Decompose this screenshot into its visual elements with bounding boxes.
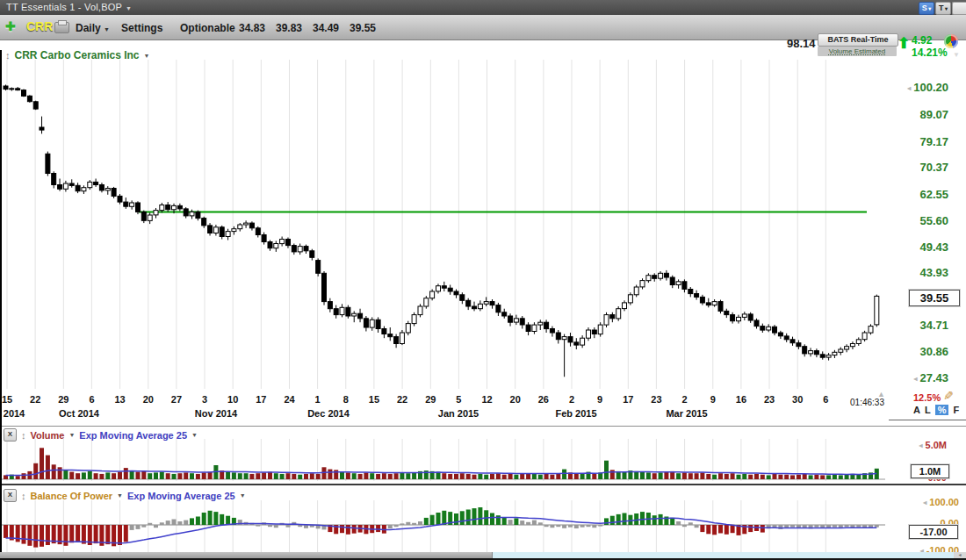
volume-panel-title[interactable]: Volume <box>31 430 65 441</box>
scale-mode-buttons: AL%F <box>913 405 959 415</box>
scale-mode-percent-button[interactable]: % <box>935 405 949 415</box>
scale-mode-f-button[interactable]: F <box>953 405 959 415</box>
x-axis-tick-label: 2 <box>682 394 688 405</box>
instrument-title[interactable]: CRR Carbo Ceramics Inc <box>15 49 140 61</box>
x-axis-tick-label: 6 <box>823 394 828 405</box>
bop-panel-title[interactable]: Balance Of Power <box>31 491 113 501</box>
x-axis-tick-label: 9 <box>597 394 602 405</box>
price-axis-label: 79.17 <box>890 135 948 148</box>
drag-handle-icon[interactable]: ↕ <box>21 430 26 441</box>
x-axis-tick-label: 15 <box>369 394 379 405</box>
x-axis-tick-label: 1 <box>315 394 321 405</box>
x-axis-tick-label: 15 <box>2 394 12 405</box>
volume-panel-header: X ↕ Volume ▼ Exp Moving Average 25 ▼ <box>4 428 198 442</box>
x-axis-tick-label: 17 <box>256 394 266 405</box>
marker-left-icon: ◂ <box>919 442 923 449</box>
x-axis-tick-label: 2 <box>569 394 574 405</box>
marker-left-icon: ◂ <box>907 84 911 92</box>
scrollbar-track-remaining[interactable] <box>493 552 954 558</box>
x-axis-tick-label: 23 <box>651 394 661 405</box>
scrollbar-left-arrow-icon[interactable]: ◂ <box>954 552 966 558</box>
chevron-down-icon[interactable]: ▼ <box>144 53 150 59</box>
price-axis-label: ◂100.20 <box>890 81 948 94</box>
price-panel-header: ↕ CRR Carbo Ceramics Inc ▼ <box>5 49 149 61</box>
price-axis-label: 55.60 <box>890 214 948 227</box>
x-axis-month-label: Oct 2014 <box>59 408 99 419</box>
x-axis-tick-label: 12 <box>481 394 492 405</box>
x-axis-tick-label: 13 <box>114 394 125 405</box>
scale-mode-l-button[interactable]: L <box>925 405 931 415</box>
x-axis-tick-label: 20 <box>143 394 154 405</box>
drag-handle-icon[interactable]: ↕ <box>21 491 26 501</box>
price-axis-label: 49.43 <box>890 241 948 254</box>
chevron-down-icon[interactable]: ▼ <box>240 492 246 499</box>
x-axis-tick-label: 23 <box>764 394 775 405</box>
volume-ema-study-label[interactable]: Exp Moving Average 25 <box>79 430 187 441</box>
axis-scroll-icon[interactable]: ▲ <box>877 390 885 398</box>
x-axis-tick-label: 30 <box>792 394 803 405</box>
x-axis-month-label: Nov 2014 <box>195 408 237 419</box>
axis-separator <box>889 420 966 420</box>
x-axis-month-label: Jan 2015 <box>438 408 479 419</box>
price-axis-label: 70.37 <box>890 161 948 174</box>
x-axis-tick-label: 29 <box>58 394 68 405</box>
scale-mode-a-button[interactable]: A <box>913 405 920 415</box>
chart-labels-overlay: ↕ CRR Carbo Ceramics Inc ▼ X ↕ Volume ▼ … <box>0 0 966 560</box>
x-axis-tick-label: 22 <box>30 394 40 405</box>
x-axis-tick-label: 16 <box>736 394 746 405</box>
x-axis-tick-label: 8 <box>343 394 349 405</box>
x-axis-tick-label: 10 <box>227 394 238 405</box>
x-axis-month-label: Feb 2015 <box>555 408 596 419</box>
x-axis-tick-label: 29 <box>425 394 436 405</box>
x-axis-tick-label: 20 <box>510 394 521 405</box>
chevron-down-icon[interactable]: ▼ <box>117 492 123 499</box>
trading-app-window: TT Essentials 1 - Vol,BOP▼ S ▾ T ▾ ✚ CRR… <box>0 0 966 560</box>
bop-panel-header: X ↕ Balance Of Power ▼ Exp Moving Averag… <box>4 489 246 502</box>
drag-handle-icon[interactable]: ↕ <box>5 50 11 61</box>
x-axis-month-label: Dec 2014 <box>307 408 350 419</box>
x-axis-tick-label: 27 <box>171 394 182 405</box>
volume-axis-label: ◂5.0M <box>889 440 947 450</box>
x-axis-tick-label: 17 <box>623 394 633 405</box>
marker-left-icon: ◂ <box>913 375 917 383</box>
pencil-icon[interactable]: ✎ <box>943 389 954 403</box>
x-axis-tick-label: 24 <box>284 394 294 405</box>
x-axis-tick-label: 22 <box>397 394 407 405</box>
marker-left-icon: ◂ <box>923 499 926 506</box>
x-axis-tick-label: 5 <box>456 394 461 405</box>
price-axis-label: ◂27.43 <box>890 371 948 384</box>
price-axis-label: 62.55 <box>890 188 948 201</box>
bop-ema-value-box: -17.00 <box>909 525 958 539</box>
chevron-down-icon[interactable]: ▼ <box>191 432 198 438</box>
price-axis-label: 30.86 <box>890 345 948 358</box>
close-icon[interactable]: X <box>4 489 17 502</box>
x-axis-month-label: Mar 2015 <box>666 408 707 419</box>
x-axis-tick-label: 9 <box>710 394 716 405</box>
last-price-box: 39.55 <box>909 290 960 306</box>
chevron-down-icon[interactable]: ▼ <box>68 432 75 438</box>
x-axis-tick-label: 3 <box>202 394 207 405</box>
last-update-time: 01:46:33 <box>837 398 884 407</box>
scrollbar-thumb[interactable] <box>0 552 493 558</box>
x-axis-tick-label: 26 <box>538 394 549 405</box>
x-axis-month-label: 2014 <box>4 408 25 419</box>
volume-ema-value-box: 1.0M <box>911 464 949 478</box>
price-axis-label: 89.07 <box>890 108 948 121</box>
grid-interval-label: 12.5% <box>913 392 941 403</box>
price-axis-label: 43.93 <box>890 266 948 279</box>
bop-axis-label: ◂100.00 <box>889 497 959 507</box>
x-axis-tick-label: 6 <box>89 394 94 405</box>
bop-ema-study-label[interactable]: Exp Moving Average 25 <box>127 491 235 501</box>
close-icon[interactable]: X <box>4 428 17 442</box>
price-axis-label: 34.71 <box>890 319 948 332</box>
